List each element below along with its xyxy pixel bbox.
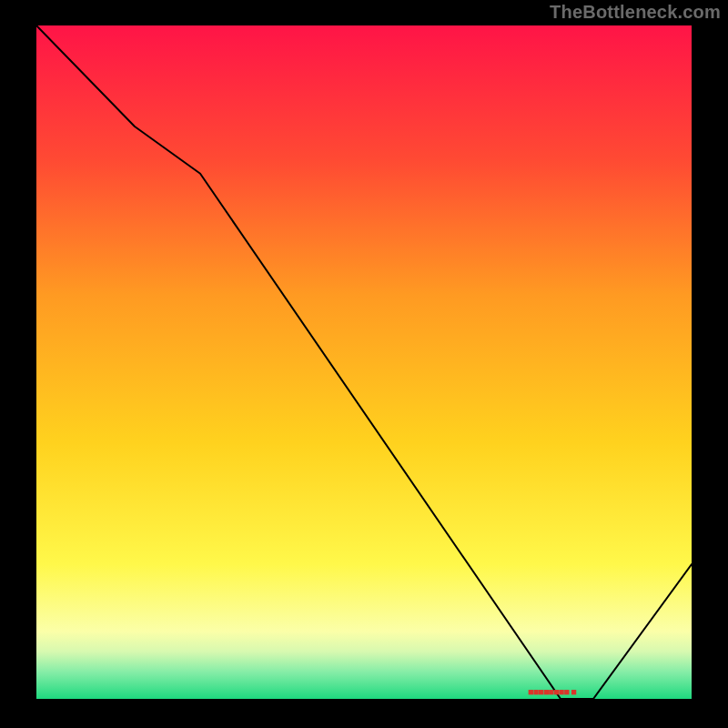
plot-area: ■■■■■■■■ ■: [36, 25, 692, 699]
minimum-marker: ■■■■■■■■ ■: [528, 686, 576, 697]
attribution-label: TheBottleneck.com: [550, 2, 721, 23]
chart-frame: TheBottleneck.com ■■■■■■■■ ■: [0, 0, 728, 728]
chart-svg: ■■■■■■■■ ■: [36, 25, 692, 699]
